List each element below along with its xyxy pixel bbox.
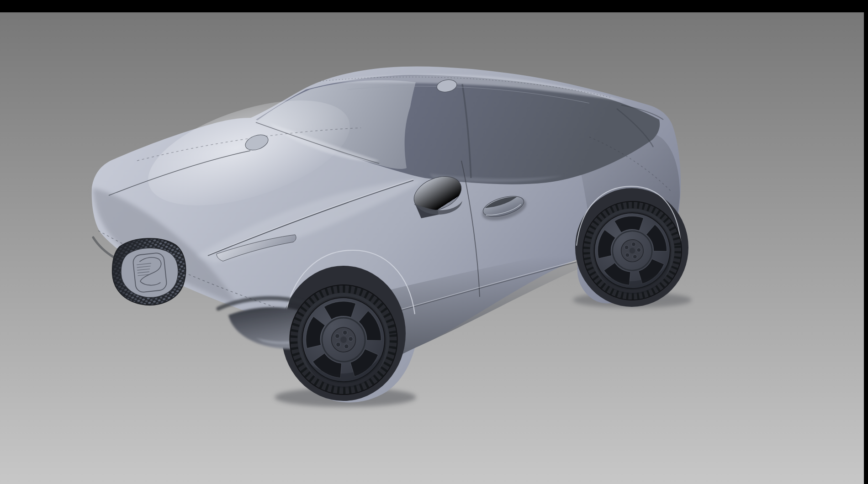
grille-inner-panel	[121, 248, 178, 298]
front-grille	[112, 238, 185, 305]
application-window	[0, 0, 868, 484]
viewport-3d-canvas[interactable]	[0, 0, 868, 484]
frame-right-bar	[864, 0, 868, 484]
frame-top-bar	[0, 0, 868, 12]
